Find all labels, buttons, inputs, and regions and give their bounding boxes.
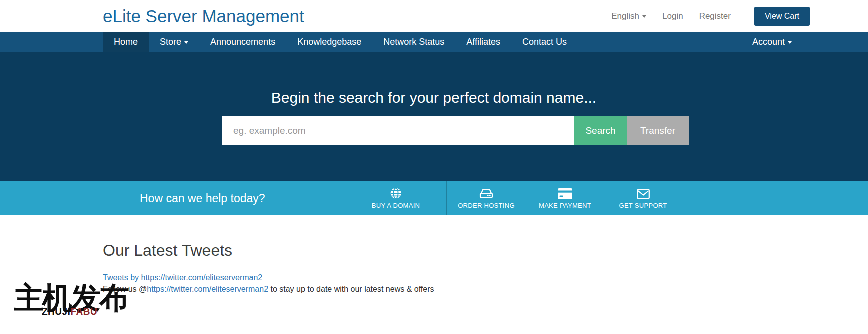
register-link[interactable]: Register bbox=[700, 11, 731, 21]
watermark-latin-red: FABU bbox=[70, 306, 98, 317]
login-link[interactable]: Login bbox=[662, 11, 684, 21]
tile-label: BUY A DOMAIN bbox=[372, 202, 420, 209]
helpbar: How can we help today? BUY A DOMAIN bbox=[0, 181, 868, 215]
domain-search-button[interactable]: Search bbox=[574, 116, 627, 145]
tile-label: MAKE PAYMENT bbox=[539, 202, 592, 209]
header-divider bbox=[743, 9, 744, 24]
tweets-heading: Our Latest Tweets bbox=[103, 241, 868, 260]
server-icon bbox=[479, 187, 494, 199]
twitter-profile-link[interactable]: https://twitter.com/eliteserverman2 bbox=[147, 285, 268, 293]
nav-item-contact-us[interactable]: Contact Us bbox=[512, 32, 578, 52]
nav-item-store-label: Store bbox=[160, 37, 182, 47]
credit-card-icon bbox=[558, 187, 572, 199]
chevron-down-icon bbox=[788, 41, 792, 44]
nav-item-account-label: Account bbox=[752, 37, 785, 47]
nav-item-account[interactable]: Account bbox=[742, 32, 803, 52]
latest-tweets-section: Our Latest Tweets Tweets by https://twit… bbox=[0, 215, 868, 295]
follow-us-prefix: Follow us @ bbox=[103, 285, 147, 293]
follow-us-suffix: to stay up to date with our latest news … bbox=[268, 285, 434, 293]
tile-label: ORDER HOSTING bbox=[458, 202, 515, 209]
buy-a-domain-tile[interactable]: BUY A DOMAIN bbox=[345, 181, 446, 215]
language-dropdown[interactable]: English bbox=[612, 11, 646, 21]
header-actions: English Login Register View Cart bbox=[596, 7, 810, 26]
globe-icon bbox=[390, 187, 402, 199]
order-hosting-tile[interactable]: ORDER HOSTING bbox=[446, 181, 526, 215]
nav-item-announcements[interactable]: Announcements bbox=[200, 32, 286, 52]
nav-item-network-status[interactable]: Network Status bbox=[372, 32, 456, 52]
view-cart-button[interactable]: View Cart bbox=[754, 7, 810, 26]
make-payment-tile[interactable]: MAKE PAYMENT bbox=[526, 181, 604, 215]
language-label: English bbox=[612, 11, 640, 21]
domain-search-hero: Begin the search for your perfect domain… bbox=[0, 52, 868, 181]
chevron-down-icon bbox=[184, 41, 188, 44]
chevron-down-icon bbox=[642, 15, 646, 18]
get-support-tile[interactable]: GET SUPPORT bbox=[604, 181, 682, 215]
helpbar-title: How can we help today? bbox=[0, 181, 345, 215]
site-header: eLite Server Management English Login Re… bbox=[0, 0, 868, 32]
nav-item-home[interactable]: Home bbox=[103, 32, 149, 52]
tweets-widget-link[interactable]: Tweets by https://twitter.com/eliteserve… bbox=[103, 273, 262, 282]
hero-headline: Begin the search for your perfect domain… bbox=[0, 52, 868, 108]
nav-item-knowledgebase[interactable]: Knowledgebase bbox=[286, 32, 372, 52]
domain-transfer-button[interactable]: Transfer bbox=[627, 116, 689, 145]
nav-item-affiliates[interactable]: Affiliates bbox=[456, 32, 512, 52]
tile-label: GET SUPPORT bbox=[619, 202, 667, 209]
domain-search-input[interactable] bbox=[222, 116, 574, 145]
watermark-latin-black: ZHUJI bbox=[42, 306, 70, 317]
main-navbar: Home Store Announcements Knowledgebase N… bbox=[0, 32, 868, 52]
domain-search-form: Search Transfer bbox=[222, 116, 689, 145]
site-logo[interactable]: eLite Server Management bbox=[103, 6, 304, 26]
nav-item-store[interactable]: Store bbox=[149, 32, 200, 52]
follow-us-line: Follow us @https://twitter.com/eliteserv… bbox=[103, 283, 868, 295]
watermark-latin-text: ZHUJIFABU bbox=[42, 307, 128, 316]
envelope-icon bbox=[637, 187, 650, 199]
